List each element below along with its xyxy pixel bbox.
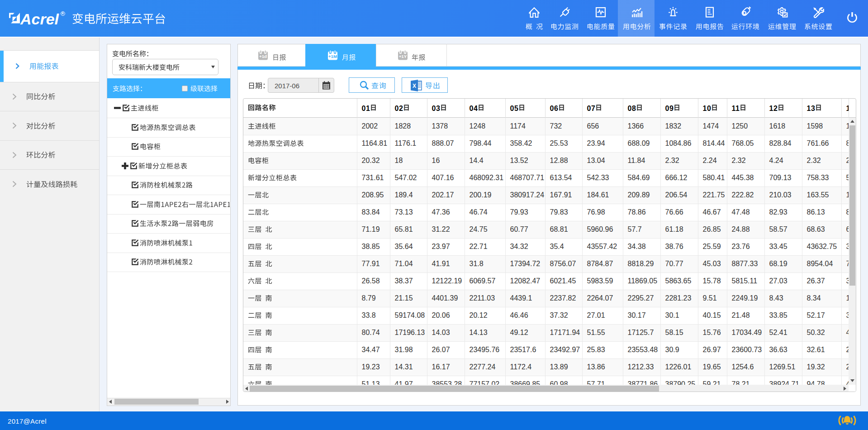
svg-text:+1Y: +1Y <box>399 54 407 59</box>
svg-text:X: X <box>413 83 416 89</box>
svg-text:+1M: +1M <box>328 54 337 59</box>
svg-text:+1d: +1d <box>259 54 267 59</box>
